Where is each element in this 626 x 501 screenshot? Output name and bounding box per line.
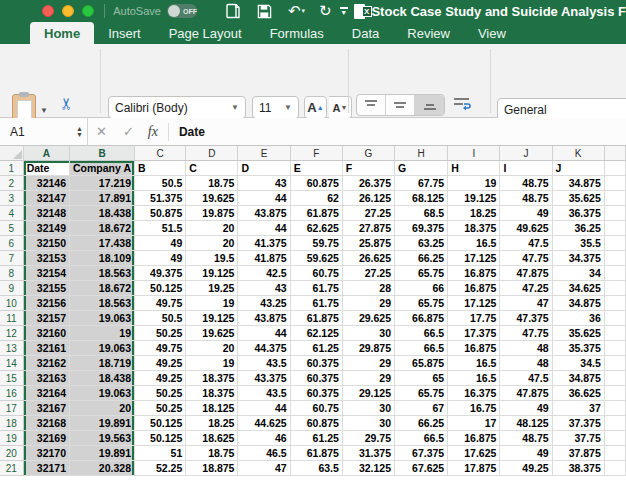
- cell[interactable]: [605, 296, 626, 311]
- cell[interactable]: 18.719: [70, 356, 135, 371]
- cell[interactable]: 19.891: [70, 446, 135, 461]
- cell[interactable]: 19.063: [70, 341, 135, 356]
- cell[interactable]: 68.125: [395, 191, 448, 206]
- row-header[interactable]: 18: [0, 416, 24, 431]
- cell[interactable]: 19.063: [70, 311, 135, 326]
- cell[interactable]: 19.625: [186, 191, 238, 206]
- row-header[interactable]: 11: [0, 311, 24, 326]
- cell[interactable]: 27.25: [343, 266, 395, 281]
- cell[interactable]: 29.125: [343, 386, 395, 401]
- tab-view[interactable]: View: [464, 22, 520, 44]
- cell[interactable]: 49: [135, 251, 186, 266]
- cell[interactable]: 43.375: [238, 371, 290, 386]
- cell[interactable]: 32168: [24, 416, 70, 431]
- cell[interactable]: 32160: [24, 326, 70, 341]
- cell[interactable]: 38.375: [553, 461, 605, 476]
- cell[interactable]: 32148: [24, 206, 70, 221]
- cell[interactable]: 44: [238, 191, 290, 206]
- close-window-button[interactable]: [42, 5, 54, 17]
- cell[interactable]: 17.125: [448, 251, 500, 266]
- cell[interactable]: 48.125: [500, 416, 552, 431]
- row-header[interactable]: 3: [0, 191, 24, 206]
- row-header[interactable]: 17: [0, 401, 24, 416]
- row-header[interactable]: 20: [0, 446, 24, 461]
- cell[interactable]: 19.563: [70, 431, 135, 446]
- cell[interactable]: 32155: [24, 281, 70, 296]
- cell[interactable]: 65.75: [395, 266, 448, 281]
- cell[interactable]: [605, 206, 626, 221]
- cell[interactable]: 60.875: [291, 416, 343, 431]
- insert-function-icon[interactable]: fx: [148, 124, 158, 140]
- cell[interactable]: 16.875: [448, 281, 500, 296]
- cell[interactable]: 32170: [24, 446, 70, 461]
- cell[interactable]: [605, 356, 626, 371]
- cell[interactable]: 26.625: [343, 251, 395, 266]
- cell[interactable]: 44.375: [238, 341, 290, 356]
- cell[interactable]: 16.875: [448, 266, 500, 281]
- cell[interactable]: 47.875: [500, 386, 552, 401]
- cell[interactable]: 59.75: [291, 236, 343, 251]
- cell[interactable]: 46.5: [238, 446, 290, 461]
- cell[interactable]: 59.625: [291, 251, 343, 266]
- grow-font-button[interactable]: A▲: [304, 96, 327, 119]
- cell[interactable]: 44.625: [238, 416, 290, 431]
- cell[interactable]: 35.625: [553, 326, 605, 341]
- cell[interactable]: 48.75: [500, 431, 552, 446]
- cell[interactable]: [605, 326, 626, 341]
- cell[interactable]: 17.438: [70, 236, 135, 251]
- cell[interactable]: 50.25: [135, 326, 186, 341]
- cell[interactable]: 47.75: [500, 326, 552, 341]
- row-header[interactable]: 12: [0, 326, 24, 341]
- cell[interactable]: 27.875: [343, 221, 395, 236]
- cell[interactable]: 50.125: [135, 431, 186, 446]
- enter-icon[interactable]: ✓: [123, 124, 134, 139]
- cell[interactable]: 19.125: [448, 191, 500, 206]
- cell[interactable]: [605, 371, 626, 386]
- cell[interactable]: 34.875: [553, 296, 605, 311]
- cell[interactable]: 49.25: [135, 356, 186, 371]
- cell[interactable]: 16.5: [448, 356, 500, 371]
- cell[interactable]: 18.75: [186, 176, 238, 191]
- row-header[interactable]: 15: [0, 371, 24, 386]
- cell[interactable]: [605, 431, 626, 446]
- cell[interactable]: 63.25: [395, 236, 448, 251]
- cell[interactable]: 17.125: [448, 296, 500, 311]
- minimize-window-button[interactable]: [62, 5, 74, 17]
- cell[interactable]: 32156: [24, 296, 70, 311]
- cell[interactable]: 43.25: [238, 296, 290, 311]
- cell[interactable]: 48.75: [500, 191, 552, 206]
- column-header[interactable]: F: [291, 146, 343, 161]
- cell[interactable]: 18.438: [70, 206, 135, 221]
- cell[interactable]: 32169: [24, 431, 70, 446]
- column-header[interactable]: I: [448, 146, 500, 161]
- cell[interactable]: 67: [395, 401, 448, 416]
- cell[interactable]: 66.5: [395, 326, 448, 341]
- cell[interactable]: [605, 416, 626, 431]
- cell[interactable]: 27.25: [343, 206, 395, 221]
- name-box[interactable]: A1: [0, 118, 72, 146]
- font-name-dropdown[interactable]: Calibri (Body)▼: [108, 96, 246, 119]
- cell[interactable]: 29.875: [343, 341, 395, 356]
- cell[interactable]: 65: [395, 371, 448, 386]
- cell[interactable]: 49: [500, 401, 552, 416]
- cell[interactable]: 18.438: [70, 371, 135, 386]
- cell[interactable]: 61.875: [291, 311, 343, 326]
- cell[interactable]: 66: [395, 281, 448, 296]
- cell[interactable]: 18.625: [186, 431, 238, 446]
- cell[interactable]: 32.125: [343, 461, 395, 476]
- tab-page-layout[interactable]: Page Layout: [155, 22, 256, 44]
- cell[interactable]: 16.875: [448, 431, 500, 446]
- redo-button[interactable]: ↻: [319, 1, 332, 21]
- cell[interactable]: 67.375: [395, 446, 448, 461]
- cell[interactable]: 16.75: [448, 401, 500, 416]
- cell[interactable]: 32164: [24, 386, 70, 401]
- cell[interactable]: 16.5: [448, 236, 500, 251]
- cell[interactable]: 32163: [24, 371, 70, 386]
- autosave-toggle[interactable]: OFF: [167, 4, 197, 18]
- cell[interactable]: [605, 236, 626, 251]
- column-header[interactable]: A: [24, 146, 70, 161]
- cell[interactable]: 32167: [24, 401, 70, 416]
- column-header[interactable]: G: [343, 146, 395, 161]
- cell[interactable]: 50.25: [135, 386, 186, 401]
- cell[interactable]: 32162: [24, 356, 70, 371]
